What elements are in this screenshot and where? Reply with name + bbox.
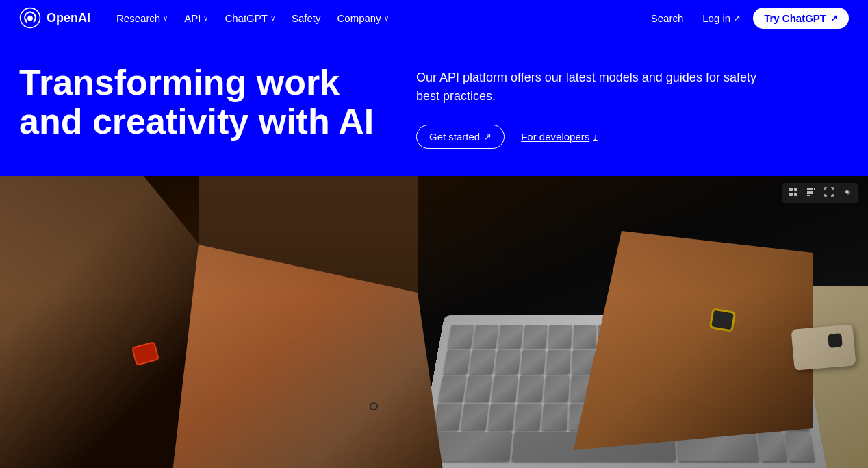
get-started-button[interactable]: Get started ↗ (416, 125, 505, 149)
key (487, 404, 515, 431)
key (461, 404, 489, 431)
svg-rect-5 (807, 188, 810, 190)
for-developers-button[interactable]: For developers ↓ (521, 131, 598, 143)
key (494, 349, 520, 374)
yellow-watch (709, 308, 737, 332)
key (518, 376, 544, 402)
hero-left: Transforming work and creativity with AI (19, 63, 375, 141)
nav-research[interactable]: Research ∨ (110, 8, 175, 28)
login-button[interactable]: Log in ↗ (695, 8, 748, 28)
key (522, 325, 547, 348)
hero-image-section (0, 176, 868, 468)
research-chevron-icon: ∨ (163, 14, 168, 22)
right-hand (574, 231, 813, 450)
svg-rect-6 (810, 188, 813, 190)
svg-rect-9 (810, 191, 813, 194)
svg-rect-8 (807, 191, 810, 194)
image-toolbar (782, 183, 858, 203)
search-button[interactable]: Search (644, 8, 691, 28)
key (572, 325, 596, 348)
try-chatgpt-button[interactable]: Try ChatGPT ↗ (753, 8, 849, 29)
key (520, 349, 546, 374)
brand-name: OpenAI (47, 11, 90, 25)
nav-chatgpt[interactable]: ChatGPT ∨ (218, 8, 282, 28)
phone-camera (828, 333, 843, 348)
nav-right: Search Log in ↗ Try ChatGPT ↗ (644, 8, 849, 29)
key (785, 432, 815, 461)
get-started-arrow-icon: ↗ (484, 132, 492, 142)
key (758, 432, 787, 461)
api-chevron-icon: ∨ (203, 14, 208, 22)
nav-safety[interactable]: Safety (285, 8, 328, 28)
nav-links: Research ∨ API ∨ ChatGPT ∨ Safety Compan… (110, 8, 644, 28)
key (548, 325, 572, 348)
try-arrow-icon: ↗ (830, 13, 838, 23)
navbar: OpenAI Research ∨ API ∨ ChatGPT ∨ Safety… (0, 0, 868, 36)
collaboration-image (0, 176, 868, 468)
svg-rect-4 (794, 193, 797, 196)
login-arrow-icon: ↗ (733, 13, 741, 23)
grid-small-icon[interactable] (786, 186, 801, 200)
key (515, 404, 542, 431)
key (472, 325, 498, 348)
svg-rect-1 (789, 188, 793, 191)
key (541, 404, 568, 431)
key (544, 376, 570, 402)
for-devs-arrow-icon: ↓ (593, 132, 598, 142)
key (465, 376, 492, 402)
key (433, 404, 463, 431)
brand-logo[interactable]: OpenAI (19, 7, 90, 29)
hero-ctas: Get started ↗ For developers ↓ (416, 125, 849, 149)
nav-company[interactable]: Company ∨ (330, 8, 395, 28)
key (448, 325, 474, 348)
key (491, 376, 518, 402)
key (498, 325, 523, 348)
chatgpt-chevron-icon: ∨ (270, 14, 275, 22)
settings-icon[interactable] (839, 186, 854, 200)
nav-api[interactable]: API ∨ (177, 8, 215, 28)
company-chevron-icon: ∨ (384, 14, 389, 22)
key (469, 349, 496, 374)
hero-right: Our API platform offers our latest model… (416, 63, 849, 149)
hero-description: Our API platform offers our latest model… (416, 69, 772, 106)
key (438, 376, 466, 402)
fullscreen-icon[interactable] (821, 186, 837, 200)
svg-rect-2 (794, 188, 797, 191)
phone-on-table (791, 324, 856, 371)
svg-rect-3 (789, 193, 793, 196)
hero-section: Transforming work and creativity with AI… (0, 36, 868, 176)
key (443, 349, 470, 374)
hero-title: Transforming work and creativity with AI (19, 63, 375, 141)
grid-large-icon[interactable] (804, 186, 819, 200)
finger-ring (370, 402, 378, 410)
svg-rect-10 (807, 195, 810, 196)
openai-logo-icon (19, 7, 41, 29)
key (546, 349, 571, 374)
svg-rect-7 (814, 188, 815, 190)
